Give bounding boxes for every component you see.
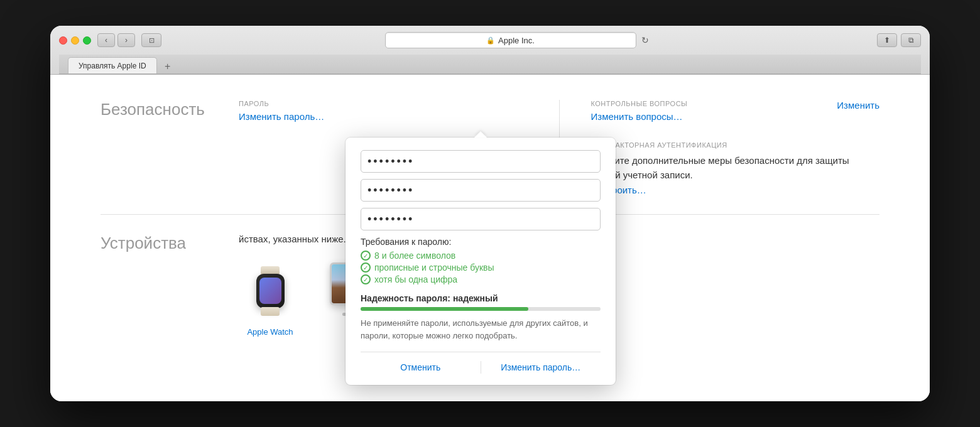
device-name-watch[interactable]: Apple Watch — [247, 327, 293, 337]
strength-title: Надежность пароля: надежный — [361, 293, 601, 303]
traffic-lights — [59, 36, 91, 45]
watch-band-bottom — [261, 307, 280, 316]
forward-button[interactable]: › — [117, 33, 135, 47]
new-password-field[interactable] — [361, 179, 601, 202]
strength-bar-fill — [361, 307, 528, 311]
change-password-link[interactable]: Изменить пароль… — [239, 111, 324, 122]
devices-label: Устройства — [101, 234, 239, 337]
security-label: Безопасность — [101, 100, 239, 195]
fullscreen-button[interactable] — [83, 36, 91, 45]
requirement-case: ✓ прописные и строчные буквы — [361, 262, 601, 273]
mac-frame: ‹ › ⊡ 🔒 Apple Inc. ↻ ⬆ ⧉ У — [50, 26, 930, 401]
popup-actions: Отменить Изменить пароль… — [361, 352, 601, 374]
popup-arrow — [474, 131, 487, 138]
strength-bar-bg — [361, 307, 601, 311]
tab-title: Управлять Apple ID — [79, 62, 146, 70]
address-bar-container: 🔒 Apple Inc. ↻ — [168, 32, 871, 48]
back-button[interactable]: ‹ — [97, 33, 115, 47]
active-tab[interactable]: Управлять Apple ID — [68, 57, 157, 73]
minimize-button[interactable] — [71, 36, 79, 45]
browser-titlebar: ‹ › ⊡ 🔒 Apple Inc. ↻ ⬆ ⧉ — [59, 32, 921, 55]
new-tab-button[interactable]: + — [161, 60, 175, 73]
questions-column-title: КОНТРОЛЬНЫЕ ВОПРОСЫ — [591, 100, 880, 107]
security-section: Безопасность ПАРОЛЬ Изменить пароль… Тре… — [101, 75, 879, 215]
strength-section: Надежность пароля: надежный Не применяйт… — [361, 293, 601, 342]
password-column-title: ПАРОЛЬ — [239, 100, 528, 107]
req-digit-text: хотя бы одна цифра — [374, 274, 457, 284]
nav-buttons: ‹ › — [97, 33, 135, 47]
browser-chrome: ‹ › ⊡ 🔒 Apple Inc. ↻ ⬆ ⧉ У — [50, 26, 930, 75]
two-factor-desc: Примите дополнительные меры безопасности… — [591, 154, 880, 182]
requirements-title: Требования к паролю: — [361, 237, 601, 247]
tab-view-button[interactable]: ⧉ — [901, 33, 921, 47]
reload-button[interactable]: ↻ — [636, 33, 654, 47]
questions-column: КОНТРОЛЬНЫЕ ВОПРОСЫ Изменить вопросы… ДВ… — [591, 100, 880, 195]
close-button[interactable] — [59, 36, 67, 45]
confirm-password-field[interactable] — [361, 208, 601, 230]
check-icon-2: ✓ — [361, 262, 371, 273]
lock-icon: 🔒 — [486, 36, 495, 45]
two-factor-title: ДВУХФАКТОРНАЯ АУТЕНТИФИКАЦИЯ — [591, 141, 880, 149]
req-length-text: 8 и более символов — [374, 251, 455, 261]
devices-desc-text: йствах, указанных ниже. — [239, 234, 346, 244]
check-icon-3: ✓ — [361, 274, 371, 284]
two-factor-section: ДВУХФАКТОРНАЯ АУТЕНТИФИКАЦИЯ Примите доп… — [591, 141, 880, 195]
submit-password-button[interactable]: Изменить пароль… — [481, 362, 601, 372]
address-bar[interactable]: 🔒 Apple Inc. — [385, 32, 636, 48]
warning-text: Не применяйте пароли, используемые для д… — [361, 317, 601, 342]
watch-body — [256, 274, 285, 308]
password-popup: Требования к паролю: ✓ 8 и более символо… — [346, 138, 616, 385]
requirement-digit: ✓ хотя бы одна цифра — [361, 274, 601, 284]
list-item: Apple Watch — [239, 259, 302, 337]
watch-screen — [259, 278, 281, 304]
req-case-text: прописные и строчные буквы — [374, 262, 494, 273]
security-content: ПАРОЛЬ Изменить пароль… Требования к пар… — [239, 100, 879, 195]
browser-actions: ⬆ ⧉ — [877, 33, 921, 47]
edit-link[interactable]: Изменить — [837, 100, 879, 111]
tab-bar: Управлять Apple ID + — [59, 55, 921, 74]
apple-watch-image — [239, 259, 302, 322]
mac-screen: ‹ › ⊡ 🔒 Apple Inc. ↻ ⬆ ⧉ У — [50, 26, 930, 401]
address-text: Apple Inc. — [498, 36, 535, 45]
current-password-field[interactable] — [361, 150, 601, 173]
requirement-length: ✓ 8 и более символов — [361, 251, 601, 261]
change-questions-link[interactable]: Изменить вопросы… — [591, 111, 683, 122]
password-column: ПАРОЛЬ Изменить пароль… Требования к пар… — [239, 100, 528, 195]
check-icon-1: ✓ — [361, 251, 371, 261]
cancel-button[interactable]: Отменить — [361, 362, 481, 372]
sidebar-button[interactable]: ⊡ — [141, 33, 161, 47]
setup-two-factor-link[interactable]: Настроить… — [591, 185, 880, 195]
share-button[interactable]: ⬆ — [877, 33, 897, 47]
page-content: Безопасность ПАРОЛЬ Изменить пароль… Тре… — [50, 75, 930, 401]
